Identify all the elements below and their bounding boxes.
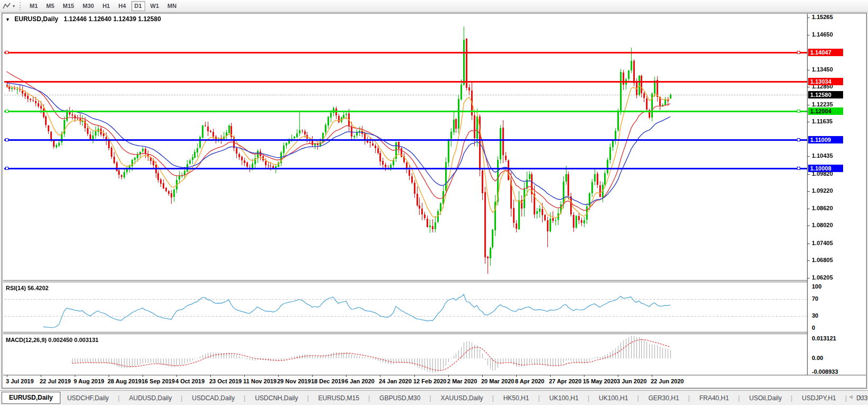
date-axis-label: 3 Jul 2019 [6, 378, 34, 384]
timeframe-button-mn[interactable]: MN [164, 1, 180, 11]
date-axis-label: 27 Apr 2020 [549, 378, 581, 384]
rsi-pane-canvas[interactable] [4, 283, 807, 332]
horizontal-line-1.11009[interactable] [4, 139, 807, 141]
chart-style-icon[interactable] [3, 2, 12, 10]
price-axis-label: 1.08620 [812, 205, 833, 212]
chart-style-dropdown-icon[interactable]: ▾ [13, 4, 15, 8]
chart-tab-11[interactable]: GER30,H1 [644, 392, 695, 404]
chart-tab-14[interactable]: USDJPY,H1 [797, 392, 852, 404]
date-axis-label: 3 Jun 2020 [617, 378, 646, 384]
date-axis-tick [312, 375, 313, 377]
date-axis-tick [7, 375, 7, 377]
date-axis-tick [278, 375, 279, 377]
horizontal-line-1.14047[interactable] [4, 52, 807, 53]
timeframe-buttons: M1M5M15M30H1H4D1W1MN [25, 1, 181, 11]
date-axis-tick [244, 375, 245, 377]
chart-tab-9[interactable]: UK100,H1 [545, 392, 595, 404]
date-axis-tick [482, 375, 483, 377]
price-axis-tick [807, 156, 810, 157]
chart-tab-3[interactable]: USDCAD,Daily [187, 392, 250, 404]
chart-tab-2[interactable]: AUDUSD,Daily [125, 392, 188, 404]
price-axis-label: 1.10435 [812, 152, 833, 159]
rsi-level-label-70: 70 [812, 295, 818, 302]
horizontal-line-1.10008[interactable] [4, 168, 807, 169]
chart-tab-8[interactable]: HK50,H1 [499, 392, 545, 404]
chart-tab-1[interactable]: USDCHF,Daily [63, 392, 125, 404]
chart-tab-6[interactable]: GBPUSD,M30 [375, 392, 436, 404]
chart-tab-5[interactable]: EURUSD,M15 [314, 392, 375, 404]
line-handle[interactable] [5, 51, 8, 54]
date-axis-tick [143, 375, 143, 377]
pane-splitter-rsi[interactable] [3, 280, 807, 282]
date-axis-tick [41, 375, 41, 377]
date-axis-label: 16 Sep 2019 [141, 378, 175, 384]
chart-tab-12[interactable]: FRA40,H1 [695, 392, 745, 404]
line-handle[interactable] [797, 110, 800, 113]
line-handle[interactable] [797, 167, 800, 170]
date-axis-label: 22 Jun 2020 [651, 378, 684, 384]
date-axis-tick [516, 375, 517, 377]
date-axis-tick [380, 375, 380, 377]
timeframe-button-h1[interactable]: H1 [99, 1, 113, 11]
price-axis-tick [807, 122, 810, 122]
price-axis-label: 1.06205 [812, 274, 833, 281]
chart-tab-13[interactable]: USOil,Daily [745, 392, 797, 404]
line-handle[interactable] [797, 51, 800, 54]
chart-tab-bar: EURUSD,DailyUSDCHF,DailyAUDUSD,DailyUSDC… [0, 390, 868, 405]
chart-tab-7[interactable]: XAUUSD,Daily [436, 392, 499, 404]
macd-axis-zero: 0.00 [812, 355, 823, 362]
chart-dropdown-icon[interactable]: ▼ [5, 17, 10, 22]
chart-tab-10[interactable]: UK100,H1 [594, 392, 644, 404]
price-axis-tick [807, 174, 810, 175]
price-chart-canvas[interactable] [4, 14, 807, 281]
date-axis-label: 28 Aug 2019 [108, 378, 141, 384]
pane-splitter-macd[interactable] [3, 332, 807, 334]
macd-axis-min: -0.008933 [812, 368, 838, 375]
chart-tab-0[interactable]: EURUSD,Daily [2, 392, 60, 404]
horizontal-line-1.13034[interactable] [4, 81, 807, 83]
timeframe-button-m5[interactable]: M5 [43, 1, 57, 11]
timeframe-button-w1[interactable]: W1 [147, 1, 163, 11]
price-axis-tick [807, 209, 810, 209]
date-axis-label: 2 Mar 2020 [447, 378, 477, 384]
price-axis-tick [807, 244, 810, 244]
timeframe-button-m1[interactable]: M1 [26, 1, 41, 11]
timeframe-toolbar: ▾ M1M5M15M30H1H4D1W1MN [0, 0, 868, 12]
line-handle[interactable] [797, 138, 800, 141]
timeframe-button-m15[interactable]: M15 [60, 1, 77, 11]
date-axis-label: 24 Jan 2020 [379, 378, 412, 384]
price-axis-border [807, 14, 808, 375]
date-axis-label: 9 Aug 2019 [74, 378, 104, 384]
rsi-level-label-0: 0 [812, 325, 815, 331]
date-axis-tick [346, 375, 347, 377]
rsi-level-label-30: 30 [812, 312, 818, 319]
macd-indicator-label: MACD(12,26,9) 0.002450 0.003131 [6, 337, 99, 343]
chart-ohlc-values: 1.12446 1.12640 1.12439 1.12580 [64, 15, 161, 23]
tab-scroll-right-icon[interactable]: ▹ [860, 393, 863, 400]
timeframe-button-m30[interactable]: M30 [79, 1, 97, 11]
line-handle[interactable] [5, 167, 8, 170]
line-handle[interactable] [5, 138, 8, 141]
horizontal-line-1.12004[interactable] [4, 111, 807, 112]
chart-tab-4[interactable]: USDCNH,Daily [250, 392, 313, 404]
date-axis-label: 6 Jan 2020 [345, 378, 375, 384]
date-axis-label: 22 Jul 2019 [40, 378, 71, 384]
price-line-chip-1.11009: 1.11009 [808, 136, 843, 143]
date-axis-label: 8 Apr 2020 [515, 378, 544, 384]
price-axis-label: 1.06805 [812, 257, 833, 264]
macd-axis-max: 0.013121 [812, 335, 836, 342]
tab-scroll-left-icon[interactable]: ◃ [849, 393, 853, 400]
date-axis-tick [210, 375, 211, 377]
timeframe-button-h4[interactable]: H4 [115, 1, 129, 11]
date-axis-label: 23 Oct 2019 [209, 378, 242, 384]
timeframe-button-d1[interactable]: D1 [131, 1, 145, 11]
line-handle[interactable] [5, 110, 8, 113]
date-axis-label: 29 Nov 2019 [277, 378, 311, 384]
price-axis-label: 1.13450 [812, 66, 833, 73]
rsi-indicator-label: RSI(14) 56.4202 [6, 285, 49, 291]
price-axis-tick [807, 87, 810, 87]
date-axis-label: 18 Dec 2019 [311, 378, 344, 384]
price-axis-label: 1.09220 [812, 187, 833, 194]
price-axis-label: 1.07405 [812, 240, 833, 247]
macd-pane-canvas[interactable] [4, 335, 807, 375]
